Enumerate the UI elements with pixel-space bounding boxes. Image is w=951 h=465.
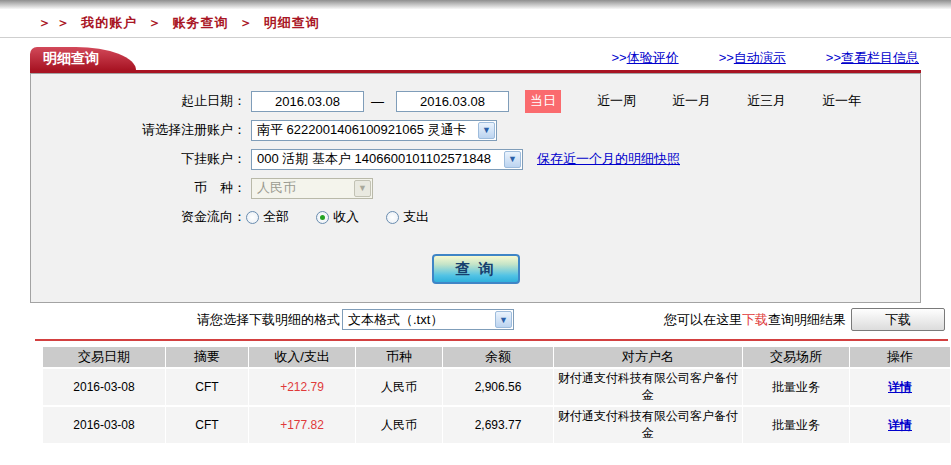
download-hint-group: 您可以在这里 下载 查询明细结果 下载	[664, 308, 945, 331]
detail-link[interactable]: 详情	[888, 380, 912, 394]
col-header-place: 交易场所	[743, 347, 849, 367]
col-header-counterparty: 对方户名	[554, 347, 742, 367]
col-header-amount: 收入/支出	[249, 347, 355, 367]
col-header-balance: 余额	[443, 347, 553, 367]
header-divider	[0, 37, 951, 38]
link-prefix: >>	[719, 50, 734, 65]
table-row: 2016-03-08 CFT +177.82 人民币 2,693.77 财付通支…	[43, 407, 950, 443]
save-snapshot-link[interactable]: 保存近一个月的明细快照	[537, 150, 680, 168]
breadcrumb-item-my-account[interactable]: 我的账户	[81, 15, 137, 30]
download-row: 请您选择下载明细的格式 文本格式（.txt） ▼ 您可以在这里 下载 查询明细结…	[0, 306, 951, 333]
cell-summary: CFT	[166, 369, 248, 405]
col-header-currency: 币种	[356, 347, 442, 367]
breadcrumb-item-account-query[interactable]: 账务查询	[173, 15, 229, 30]
download-format-label: 请您选择下载明细的格式	[197, 311, 340, 329]
download-format-value: 文本格式（.txt）	[348, 311, 494, 329]
currency-row: 币 种： 人民币 ▼	[31, 177, 920, 199]
top-gradient-bar	[0, 0, 951, 9]
radio-option-expense[interactable]: 支出	[386, 208, 429, 226]
currency-select: 人民币 ▼	[251, 178, 373, 199]
tab-row: 明细查询 >>体验评价 >>自动演示 >>查看栏目信息	[30, 47, 921, 70]
cell-currency: 人民币	[356, 407, 442, 443]
quick-range-quarter[interactable]: 近三月	[747, 92, 786, 110]
download-hint-prefix: 您可以在这里	[664, 311, 742, 329]
date-dash: —	[371, 94, 384, 109]
transaction-table: 交易日期 摘要 收入/支出 币种 余额 对方户名 交易场所 操作 2016-03…	[42, 345, 951, 445]
date-range-row: 起止日期： — 当日 近一周 近一月 近三月 近一年	[31, 90, 920, 112]
cell-counterparty: 财付通支付科技有限公司客户备付金	[554, 369, 742, 405]
cell-place: 批量业务	[743, 407, 849, 443]
download-format-group: 请您选择下载明细的格式 文本格式（.txt） ▼	[197, 309, 514, 330]
sub-account-select[interactable]: 000 活期 基本户 1406600101102571848 ▼	[251, 149, 523, 170]
cell-place: 批量业务	[743, 369, 849, 405]
quick-range-week[interactable]: 近一周	[597, 92, 636, 110]
radio-icon[interactable]	[316, 211, 329, 224]
cell-date: 2016-03-08	[43, 407, 165, 443]
cell-amount: +177.82	[249, 407, 355, 443]
radio-option-income[interactable]: 收入	[316, 208, 359, 226]
quick-range-year[interactable]: 近一年	[822, 92, 861, 110]
table-header-row: 交易日期 摘要 收入/支出 币种 余额 对方户名 交易场所 操作	[43, 347, 950, 367]
link-experience-review[interactable]: >>体验评价	[611, 49, 678, 67]
fund-flow-row: 资金流向： 全部 收入 支出	[31, 206, 920, 228]
link-view-column-info[interactable]: >>查看栏目信息	[826, 49, 919, 67]
link-prefix: >>	[826, 50, 841, 65]
quick-range-month[interactable]: 近一月	[672, 92, 711, 110]
chevron-down-icon: ▼	[354, 180, 371, 197]
breadcrumb-item-detail-query: 明细查询	[264, 15, 320, 30]
result-divider	[35, 339, 948, 341]
currency-label: 币 种：	[31, 179, 246, 197]
col-header-action: 操作	[850, 347, 950, 367]
cell-balance: 2,693.77	[443, 407, 553, 443]
sub-account-label: 下挂账户：	[31, 150, 246, 168]
chevron-down-icon[interactable]: ▼	[504, 151, 521, 168]
radio-label-all: 全部	[263, 208, 289, 226]
register-account-row: 请选择注册账户： 南平 6222001406100921065 灵通卡 ▼	[31, 119, 920, 141]
cell-counterparty: 财付通支付科技有限公司客户备付金	[554, 407, 742, 443]
cell-date: 2016-03-08	[43, 369, 165, 405]
date-to-input[interactable]	[396, 91, 509, 112]
fund-flow-label: 资金流向：	[31, 208, 246, 226]
chevron-down-icon[interactable]: ▼	[495, 311, 512, 328]
cell-currency: 人民币	[356, 369, 442, 405]
sub-account-value: 000 活期 基本户 1406600101102571848	[257, 150, 503, 168]
download-hint-suffix: 查询明细结果	[768, 311, 846, 329]
link-auto-demo[interactable]: >>自动演示	[719, 49, 786, 67]
register-account-label: 请选择注册账户：	[31, 121, 246, 139]
breadcrumb-separator: ＞	[239, 15, 253, 30]
detail-link[interactable]: 详情	[888, 418, 912, 432]
radio-option-all[interactable]: 全部	[246, 208, 289, 226]
download-hint-link[interactable]: 下载	[742, 311, 768, 329]
col-header-date: 交易日期	[43, 347, 165, 367]
register-account-value: 南平 6222001406100921065 灵通卡	[257, 121, 477, 139]
link-prefix: >>	[611, 50, 626, 65]
radio-icon[interactable]	[386, 211, 399, 224]
cell-amount: +212.79	[249, 369, 355, 405]
cell-summary: CFT	[166, 407, 248, 443]
currency-value: 人民币	[257, 179, 353, 197]
register-account-select[interactable]: 南平 6222001406100921065 灵通卡 ▼	[251, 120, 497, 141]
query-form-panel: 起止日期： — 当日 近一周 近一月 近三月 近一年 请选择注册账户： 南平 6…	[30, 73, 921, 303]
date-from-input[interactable]	[251, 91, 364, 112]
table-row: 2016-03-08 CFT +212.79 人民币 2,906.56 财付通支…	[43, 369, 950, 405]
sub-account-row: 下挂账户： 000 活期 基本户 1406600101102571848 ▼ 保…	[31, 148, 920, 170]
radio-label-income: 收入	[333, 208, 359, 226]
download-format-select[interactable]: 文本格式（.txt） ▼	[342, 309, 514, 330]
breadcrumb: ＞ ＞ 我的账户 ＞ 账务查询 ＞ 明细查询	[0, 9, 951, 37]
radio-label-expense: 支出	[403, 208, 429, 226]
cell-balance: 2,906.56	[443, 369, 553, 405]
query-button[interactable]: 查 询	[432, 254, 520, 284]
tab-detail-query[interactable]: 明细查询	[30, 47, 136, 70]
breadcrumb-separator: ＞	[148, 15, 162, 30]
chevron-down-icon[interactable]: ▼	[478, 122, 495, 139]
breadcrumb-prefix: ＞ ＞	[38, 15, 71, 30]
date-range-label: 起止日期：	[31, 92, 246, 110]
quick-range-today[interactable]: 当日	[525, 90, 561, 113]
download-button[interactable]: 下载	[851, 308, 945, 331]
radio-icon[interactable]	[246, 211, 259, 224]
col-header-summary: 摘要	[166, 347, 248, 367]
header-links: >>体验评价 >>自动演示 >>查看栏目信息	[611, 49, 919, 67]
